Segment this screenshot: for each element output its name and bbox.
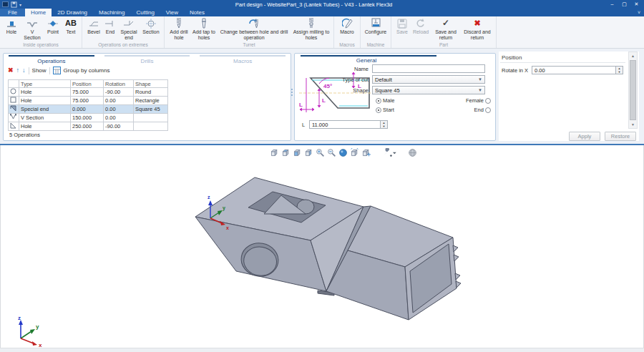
macro-button[interactable]: Macro — [336, 17, 358, 35]
add-drill-hole-button[interactable]: Add drill hole — [167, 17, 191, 41]
text-button[interactable]: AB Text — [62, 17, 79, 35]
svg-text:x: x — [226, 225, 229, 230]
panel-splitter[interactable] — [291, 89, 293, 96]
hole-button[interactable]: Hole — [2, 17, 21, 35]
save-icon[interactable] — [11, 1, 17, 8]
special-end-button[interactable]: Special end — [117, 17, 140, 41]
menu-view[interactable]: View — [160, 9, 184, 16]
table-row[interactable]: Hole250.000 -90.00 — [9, 122, 168, 131]
apply-button[interactable]: Apply — [569, 132, 600, 141]
scrollbar-thumb[interactable] — [630, 60, 636, 120]
tab-drills[interactable]: Drills — [104, 55, 190, 64]
check-icon: ✓ — [442, 17, 449, 29]
add-tap-to-holes-button[interactable]: Add tap to holes — [191, 17, 217, 41]
menu-2d-drawing[interactable]: 2D Drawing — [52, 9, 93, 16]
tab-operations[interactable]: Operations — [9, 55, 94, 64]
ribbon-collapse-icon[interactable]: ˅ — [638, 10, 640, 15]
move-up-icon[interactable]: ↑ — [16, 67, 20, 74]
menu-cutting[interactable]: Cutting — [131, 9, 160, 16]
svg-text:z: z — [208, 195, 210, 200]
change-hole-drill-button[interactable]: Change between hole and drill operation — [217, 17, 291, 41]
3d-viewport[interactable]: z y x z y x — [0, 145, 644, 348]
male-label: Male — [383, 97, 394, 104]
close-button[interactable]: ✕ — [630, 1, 643, 7]
tab-macros[interactable]: Macros — [200, 55, 286, 64]
ribbon-group-inside-operations: Hole V Section Point AB Text Inside oper… — [0, 16, 82, 48]
chevron-down-icon: ▼ — [478, 88, 482, 92]
start-label: Start — [383, 107, 394, 113]
minimize-button[interactable]: – — [606, 1, 618, 7]
male-radio[interactable] — [376, 98, 381, 104]
start-radio[interactable] — [376, 107, 381, 113]
round-hole-icon — [10, 88, 16, 94]
female-radio[interactable] — [485, 98, 491, 104]
menu-notes[interactable]: Notes — [184, 9, 210, 16]
name-input[interactable] — [372, 64, 485, 73]
part-3d-model[interactable]: z y x — [172, 168, 487, 333]
v-section-button[interactable]: V Section — [21, 17, 44, 41]
columns-view-icon[interactable] — [53, 67, 61, 74]
view-top-icon[interactable] — [281, 148, 291, 157]
end-radio[interactable] — [485, 107, 491, 113]
viewport-toolbar — [270, 148, 417, 157]
rotate-in-x-label: Rotate in X — [502, 67, 532, 74]
save-and-return-button[interactable]: ✓ Save and return — [431, 17, 461, 41]
menu-file[interactable]: File — [0, 9, 25, 16]
view-front-icon[interactable] — [293, 148, 302, 157]
menu-machining[interactable]: Machining — [93, 9, 130, 16]
shape-select[interactable]: Square 45▼ — [372, 86, 485, 94]
vertical-scrollbar[interactable]: ▲ ▼ — [628, 52, 638, 129]
zoom-fit-icon[interactable] — [338, 148, 348, 157]
show-button[interactable]: Show — [32, 67, 47, 74]
l-input[interactable] — [309, 120, 381, 129]
type-of-cut-select[interactable]: Default▼ — [372, 75, 485, 84]
ribbon: Hole V Section Point AB Text Inside oper… — [0, 16, 644, 49]
svg-text:z: z — [18, 316, 21, 321]
svg-text:y: y — [36, 323, 39, 330]
delete-operation-icon[interactable]: ✖ — [8, 67, 14, 74]
point-icon — [47, 17, 59, 29]
end-button[interactable]: End — [103, 17, 117, 35]
move-down-icon[interactable]: ↓ — [22, 67, 26, 74]
render-mode-icon[interactable] — [408, 148, 417, 157]
ribbon-tab-bar: File Home 2D Drawing Machining Cutting V… — [0, 9, 644, 16]
section-button[interactable]: Section — [140, 17, 162, 35]
app-icon[interactable] — [2, 1, 9, 7]
table-row-selected[interactable]: Special end0.000 0.00Square 45 — [9, 105, 168, 114]
rotate-spinner[interactable]: ▲▼ — [616, 66, 623, 74]
svg-text:L: L — [322, 97, 326, 104]
view-side-icon[interactable] — [304, 148, 313, 157]
rotate-in-x-input[interactable] — [532, 66, 616, 74]
group-by-columns-button[interactable]: Group by columns — [64, 67, 110, 74]
bevel-icon — [88, 17, 99, 29]
zoom-out-icon[interactable] — [327, 148, 336, 157]
tools-dropdown-icon[interactable] — [382, 148, 396, 157]
point-button[interactable]: Point — [44, 17, 62, 35]
special-end-icon — [123, 17, 135, 29]
configure-button[interactable]: Configure — [363, 17, 389, 35]
assign-milling-button[interactable]: Assign milling to holes — [291, 17, 331, 41]
view-iso-icon[interactable] — [270, 148, 279, 157]
svg-text:x: x — [39, 342, 42, 347]
menu-home[interactable]: Home — [25, 9, 52, 16]
rotate-view-icon[interactable] — [350, 148, 359, 157]
tab-general[interactable]: General — [295, 57, 438, 64]
section-icon — [146, 17, 156, 29]
ribbon-group-machine: Configure Machine — [361, 16, 391, 48]
discard-and-return-button[interactable]: ✖ Discard and return — [461, 17, 494, 41]
maximize-button[interactable]: ▢ — [618, 1, 630, 7]
table-row[interactable]: V Section150.000 0.00 — [9, 114, 168, 122]
pan-view-icon[interactable] — [361, 148, 371, 157]
shape-label: Shape — [303, 87, 372, 94]
zoom-in-icon[interactable] — [316, 148, 325, 157]
scroll-down-icon[interactable]: ▼ — [631, 121, 635, 128]
table-row[interactable]: Hole75.000 0.00Rectangle — [9, 97, 168, 105]
mill-icon — [307, 17, 316, 29]
l-spinner[interactable]: ▲▼ — [381, 120, 388, 129]
toolbar-separator — [29, 67, 29, 74]
bevel-button[interactable]: Bevel — [84, 17, 103, 35]
restore-button[interactable]: Restore — [605, 132, 636, 141]
scroll-up-icon[interactable]: ▲ — [631, 52, 635, 59]
table-row[interactable]: Hole75.000 -90.00Round — [9, 88, 168, 97]
end-tab — [453, 245, 458, 252]
